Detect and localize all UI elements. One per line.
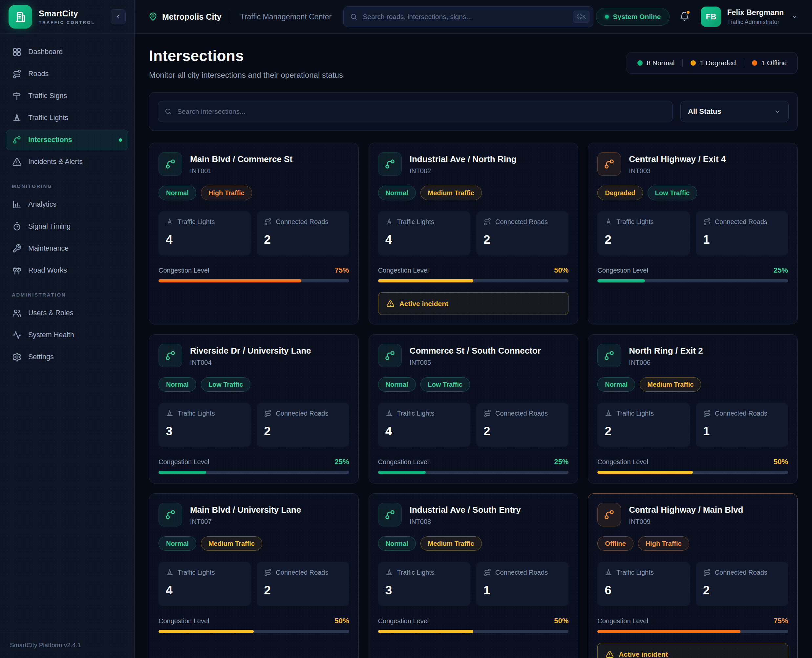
sidebar-collapse-button[interactable] — [111, 9, 126, 24]
traffic-badge: Medium Traffic — [421, 536, 482, 551]
traffic-lights-count: 3 — [385, 584, 463, 597]
intersection-id: INT007 — [190, 518, 301, 525]
congestion-percent: 50% — [554, 617, 569, 625]
intersection-card[interactable]: Riverside Dr / University Lane INT004 No… — [149, 334, 359, 484]
intersection-card[interactable]: Central Highway / Exit 4 INT003 Degraded… — [588, 143, 798, 324]
nav-icon — [12, 266, 22, 275]
nav-section-administration: ADMINISTRATION — [12, 292, 128, 298]
traffic-badge: Medium Traffic — [201, 536, 262, 551]
traffic-cone-icon — [605, 218, 613, 226]
route-icon — [703, 218, 711, 226]
sidebar-item[interactable]: System Health — [6, 325, 128, 345]
nav-label: Maintenance — [28, 244, 69, 252]
sidebar-item[interactable]: Roads — [6, 64, 128, 84]
congestion-percent: 50% — [554, 266, 569, 274]
traffic-cone-icon — [385, 218, 393, 226]
sidebar-item[interactable]: Settings — [6, 347, 128, 367]
sidebar-item[interactable]: Road Works — [6, 260, 128, 281]
stat-traffic-lights: Traffic Lights 2 — [597, 403, 689, 447]
congestion-label: Congestion Level — [159, 458, 209, 466]
nav-icon — [12, 308, 22, 318]
intersection-card[interactable]: North Ring / Exit 2 INT006 Normal Medium… — [588, 334, 798, 484]
legend-dot — [638, 60, 642, 66]
congestion-bar-fill — [159, 471, 206, 474]
stat-traffic-lights: Traffic Lights 4 — [159, 211, 251, 255]
congestion-section: Congestion Level 75% — [159, 266, 349, 282]
stat-traffic-lights: Traffic Lights 6 — [597, 562, 689, 606]
connected-roads-count: 2 — [264, 584, 342, 597]
sidebar-item[interactable]: Intersections — [6, 130, 128, 150]
incident-banner: Active incident — [597, 643, 788, 658]
intersections-search-input[interactable] — [158, 101, 672, 122]
traffic-cone-icon — [605, 409, 613, 417]
legend-item: 8 Normal — [630, 59, 682, 67]
legend-dot — [691, 60, 696, 66]
traffic-cone-icon — [385, 409, 393, 417]
legend-item: 1 Degraded — [682, 59, 744, 67]
congestion-bar-fill — [378, 471, 426, 474]
congestion-bar-fill — [378, 279, 473, 282]
nav-label: Incidents & Alerts — [28, 158, 83, 166]
congestion-label: Congestion Level — [378, 267, 429, 274]
sidebar-item[interactable]: Dashboard — [6, 42, 128, 62]
divider — [231, 10, 231, 23]
stat-connected-roads: Connected Roads 2 — [257, 562, 349, 606]
intersection-card[interactable]: Industrial Ave / North Ring INT002 Norma… — [369, 143, 578, 324]
notifications-button[interactable] — [679, 11, 689, 23]
sidebar-item[interactable]: Users & Roles — [6, 303, 128, 323]
status-badge: Normal — [378, 377, 416, 392]
traffic-lights-count: 4 — [166, 233, 243, 247]
stat-connected-roads: Connected Roads 2 — [476, 211, 569, 255]
congestion-label: Congestion Level — [597, 458, 648, 466]
congestion-bar-fill — [159, 279, 301, 282]
brand-tagline: TRAFFIC CONTROL — [39, 20, 95, 25]
incident-banner: Active incident — [378, 292, 569, 315]
congestion-percent: 75% — [335, 266, 349, 274]
intersection-card[interactable]: Main Blvd / University Lane INT007 Norma… — [149, 494, 359, 658]
stat-label: Connected Roads — [276, 410, 328, 417]
intersection-name: Commerce St / South Connector — [410, 346, 541, 356]
traffic-lights-count: 2 — [605, 233, 682, 247]
sidebar-item[interactable]: Analytics — [6, 194, 128, 215]
intersection-card[interactable]: Commerce St / South Connector INT005 Nor… — [369, 334, 578, 484]
congestion-bar-fill — [378, 630, 473, 633]
congestion-bar — [378, 279, 569, 282]
stat-connected-roads: Connected Roads 1 — [696, 403, 788, 447]
congestion-percent: 50% — [774, 457, 788, 466]
sidebar-item[interactable]: Maintenance — [6, 238, 128, 259]
congestion-bar — [378, 630, 569, 633]
intersection-branch-icon — [603, 350, 615, 362]
intersection-card[interactable]: Main Blvd / Commerce St INT001 Normal Hi… — [149, 143, 359, 324]
nav-label: Road Works — [28, 266, 67, 274]
congestion-section: Congestion Level 50% — [597, 457, 788, 474]
stat-label: Traffic Lights — [397, 410, 434, 417]
sidebar-item[interactable]: Traffic Lights — [6, 108, 128, 128]
sidebar-item[interactable]: Traffic Signs — [6, 86, 128, 106]
intersection-id: INT005 — [410, 359, 541, 367]
congestion-label: Congestion Level — [597, 267, 648, 274]
status-badge: Offline — [597, 536, 633, 551]
avatar: FB — [701, 6, 721, 27]
sidebar-item[interactable]: Incidents & Alerts — [6, 152, 128, 172]
intersection-icon-tile — [159, 344, 182, 367]
traffic-lights-count: 3 — [166, 425, 243, 438]
intersection-card[interactable]: Industrial Ave / South Entry INT008 Norm… — [369, 494, 578, 658]
intersection-card[interactable]: Central Highway / Main Blvd INT009 Offli… — [588, 494, 798, 658]
congestion-bar — [597, 630, 788, 633]
global-search-input[interactable] — [343, 6, 594, 27]
route-icon — [484, 569, 492, 577]
user-menu[interactable]: FB Felix Bergmann Traffic Administrator — [701, 6, 798, 27]
content: Intersections Monitor all city intersect… — [135, 34, 812, 658]
stat-connected-roads: Connected Roads 1 — [696, 211, 788, 255]
legend-dot — [752, 60, 757, 66]
nav-label: Signal Timing — [28, 222, 71, 230]
traffic-cone-icon — [385, 569, 393, 577]
nav-label: Settings — [28, 353, 54, 361]
route-icon — [703, 569, 711, 577]
sidebar-item[interactable]: Signal Timing — [6, 216, 128, 237]
intersection-name: Central Highway / Main Blvd — [629, 505, 743, 515]
traffic-cone-icon — [605, 569, 613, 577]
status-filter-select[interactable]: All Status — [680, 101, 789, 122]
status-legend: 8 Normal 1 Degraded 1 Offline — [627, 52, 798, 74]
search-icon — [165, 108, 172, 116]
